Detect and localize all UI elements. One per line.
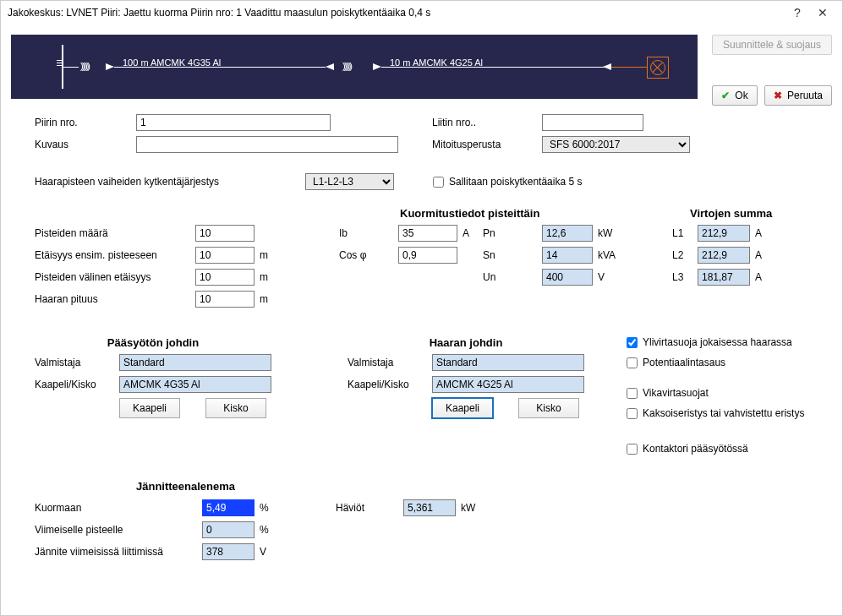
main-cable-label: Kaapeli/Kisko	[35, 379, 119, 390]
branch-cable-input	[432, 376, 584, 393]
v-last-unit: V	[260, 546, 266, 558]
doubleins-checkbox[interactable]: Kaksoiseristys tai vahvistettu eristys	[627, 407, 804, 419]
terminal-no-input[interactable]	[542, 114, 643, 131]
help-button[interactable]: ?	[785, 6, 810, 19]
ib-label: Ib	[339, 227, 398, 239]
fault-input[interactable]	[627, 388, 638, 399]
sn-unit: kVA	[598, 249, 630, 261]
equipotential-checkbox[interactable]: Potentiaalintasaus	[627, 357, 804, 368]
dist-between-label: Pisteiden välinen etäisyys	[35, 271, 195, 283]
ok-label: Ok	[735, 90, 747, 101]
un-label: Un	[483, 271, 542, 283]
contactor-label: Kontaktori pääsyötössä	[643, 443, 748, 455]
l3-unit: A	[755, 271, 767, 283]
dimensioning-label: Mitoitusperusta	[432, 139, 542, 150]
un-unit: V	[598, 271, 630, 283]
ok-button[interactable]: ✔ Ok	[712, 85, 758, 106]
contactor-input[interactable]	[627, 444, 638, 455]
v-last-label: Jännite viimeisissä liittimissä	[35, 546, 202, 558]
v-last-input	[202, 543, 255, 560]
dist-between-input[interactable]	[195, 269, 255, 286]
description-input[interactable]	[136, 136, 398, 153]
cancel-label: Peruuta	[787, 90, 823, 101]
main-bus-button[interactable]: Kisko	[205, 398, 266, 418]
circuit-no-label: Piirin nro.	[35, 117, 136, 128]
check-icon: ✔	[721, 90, 730, 101]
losses-input	[403, 499, 456, 516]
l2-unit: A	[755, 249, 767, 261]
terminal-no-label: Liitin nro..	[432, 117, 542, 128]
contactor-checkbox[interactable]: Kontaktori pääsyötössä	[627, 443, 804, 455]
design-protect-button[interactable]: Suunnittele & suojaus	[712, 35, 832, 55]
point-count-input[interactable]	[195, 225, 255, 242]
losses-unit: kW	[461, 502, 475, 514]
main-manu-input	[119, 354, 271, 371]
main-cable-button[interactable]: Kaapeli	[119, 398, 180, 418]
currents-header: Virtojen summa	[690, 207, 808, 220]
main-feeder-header: Pääsyötön johdin	[35, 336, 271, 349]
ib-input[interactable]	[398, 225, 457, 242]
cosphi-input[interactable]	[398, 247, 457, 264]
doubleins-label: Kaksoiseristys tai vahvistettu eristys	[643, 407, 804, 419]
allow-5s-label: Sallitaan poiskytkentäaika 5 s	[449, 176, 582, 188]
dimensioning-select[interactable]: SFS 6000:2017	[542, 136, 690, 153]
dist-first-input[interactable]	[195, 247, 255, 264]
equipotential-label: Potentiaalintasaus	[643, 357, 725, 368]
pn-unit: kW	[598, 227, 630, 239]
phase-order-label: Haarapisteen vaiheiden kytkentäjärjestys	[35, 176, 305, 188]
doubleins-input[interactable]	[627, 408, 638, 419]
vd-load-label: Kuormaan	[35, 502, 202, 514]
vd-header: Jännitteenalenema	[136, 480, 808, 493]
sn-input	[542, 247, 593, 264]
branch-feeder-header: Haaran johdin	[348, 336, 584, 349]
l2-input	[698, 247, 750, 264]
ib-unit: A	[463, 227, 483, 239]
point-count-label: Pisteiden määrä	[35, 227, 195, 239]
branch-len-input[interactable]	[195, 291, 255, 308]
description-label: Kuvaus	[35, 139, 136, 150]
l1-input	[698, 225, 750, 242]
branch-bus-button[interactable]: Kisko	[518, 398, 579, 418]
allow-5s-input[interactable]	[433, 177, 444, 188]
fault-label: Vikavirtasuojat	[643, 387, 709, 399]
un-input	[542, 269, 593, 286]
branch-len-unit: m	[260, 293, 280, 305]
l1-unit: A	[755, 227, 767, 239]
phase-order-select[interactable]: L1-L2-L3	[305, 173, 394, 190]
main-cable-input	[119, 376, 271, 393]
window-title: Jakokeskus: LVNET Piiri: Jaettu kuorma P…	[8, 7, 785, 19]
l3-label: L3	[672, 271, 698, 283]
cancel-button[interactable]: ✖ Peruuta	[764, 85, 832, 106]
allow-5s-checkbox[interactable]: Sallitaan poiskytkentäaika 5 s	[433, 176, 582, 188]
circuit-diagram: )))))) 100 m AMCMK 4G35 Al )))))) 10 m A…	[11, 35, 698, 99]
branch-cable-button[interactable]: Kaapeli	[432, 398, 493, 418]
cosphi-label: Cos φ	[339, 249, 398, 261]
vd-last-label: Viimeiselle pisteelle	[35, 524, 202, 536]
circuit-no-input[interactable]	[136, 114, 331, 131]
dist-first-unit: m	[260, 249, 280, 261]
l2-label: L2	[672, 249, 698, 261]
pn-label: Pn	[483, 227, 542, 239]
dist-between-unit: m	[260, 271, 280, 283]
vd-last-input	[202, 521, 255, 538]
vd-last-unit: %	[260, 524, 269, 536]
vd-load-input	[202, 499, 255, 516]
branch-manu-input	[432, 354, 584, 371]
overcurrent-input[interactable]	[627, 337, 638, 348]
l1-label: L1	[672, 227, 698, 239]
equipotential-input[interactable]	[627, 357, 638, 368]
cross-icon: ✖	[774, 90, 782, 101]
overcurrent-checkbox[interactable]: Ylivirtasuoja jokaisessa haarassa	[627, 336, 804, 348]
dist-first-label: Etäisyys ensim. pisteeseen	[35, 249, 195, 261]
fault-checkbox[interactable]: Vikavirtasuojat	[627, 387, 804, 399]
losses-label: Häviöt	[336, 502, 403, 514]
close-button[interactable]: ✕	[810, 6, 835, 19]
load-header: Kuormitustiedot pisteittäin	[400, 207, 539, 220]
branch-manu-label: Valmistaja	[348, 357, 432, 368]
branch-cable-label: Kaapeli/Kisko	[348, 379, 432, 390]
l3-input	[698, 269, 750, 286]
branch-len-label: Haaran pituus	[35, 293, 195, 305]
vd-load-unit: %	[260, 502, 302, 514]
overcurrent-label: Ylivirtasuoja jokaisessa haarassa	[643, 336, 792, 348]
pn-input	[542, 225, 593, 242]
